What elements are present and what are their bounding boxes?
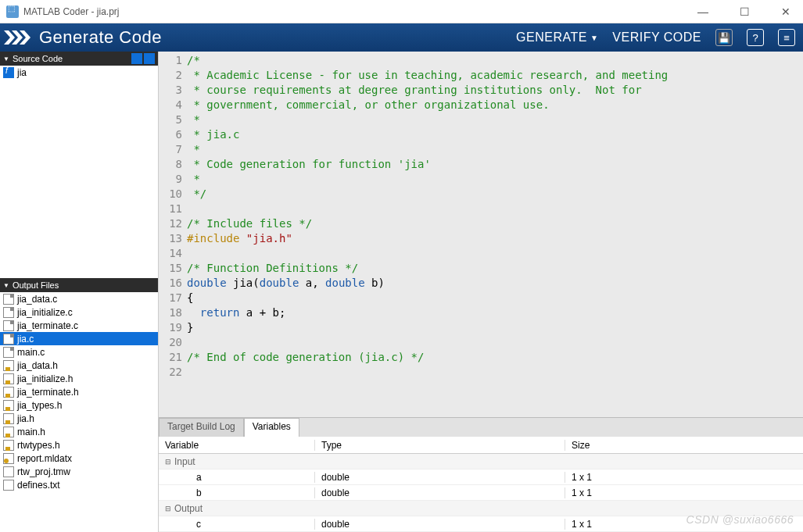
file-item[interactable]: rtw_proj.tmw <box>0 465 158 478</box>
file-item[interactable]: jia_initialize.h <box>0 372 158 385</box>
minimize-button[interactable]: — <box>691 5 715 18</box>
help-icon[interactable]: ? <box>747 29 764 46</box>
file-name: rtw_proj.tmw <box>17 466 70 477</box>
file-item[interactable]: jia_types.h <box>0 398 158 412</box>
file-item[interactable]: main.h <box>0 425 158 438</box>
file-icon <box>3 360 14 371</box>
file-name: jia.h <box>17 413 34 424</box>
watermark: CSDN @suxiao6666 <box>686 513 794 526</box>
file-name: main.h <box>17 427 45 437</box>
right-panel: 12345678910111213141516171819202122 /* *… <box>158 52 803 532</box>
generate-button[interactable]: GENERATE ▼ <box>516 30 598 45</box>
file-item[interactable]: jia_terminate.c <box>0 319 158 332</box>
file-item[interactable]: report.mldatx <box>0 452 158 465</box>
file-item[interactable]: jia_data.c <box>0 292 158 305</box>
file-icon <box>3 400 14 411</box>
file-name: jia_data.h <box>17 360 58 371</box>
list-view-icon[interactable] <box>131 53 142 64</box>
column-header-size[interactable]: Size <box>565 440 803 451</box>
source-code-panel-title: Source Code <box>13 54 63 63</box>
cell-size: 1 x 1 <box>565 487 803 498</box>
column-header-variable[interactable]: Variable <box>159 440 315 451</box>
tab-row: Target Build LogVariables <box>159 418 803 437</box>
source-code-panel-header[interactable]: ▼ Source Code <box>0 52 158 66</box>
tree-view-icon[interactable] <box>144 53 155 64</box>
chevron-down-icon: ▼ <box>590 34 598 42</box>
file-name: jia_terminate.c <box>17 320 78 331</box>
file-icon <box>3 453 14 464</box>
file-name: jia_data.c <box>17 294 57 305</box>
chevron-logo-icon <box>0 30 39 45</box>
table-row[interactable]: adouble1 x 1 <box>159 470 803 485</box>
file-name: jia <box>17 67 27 78</box>
app-icon <box>6 5 19 18</box>
cell-name: a <box>159 472 315 483</box>
file-name: jia_types.h <box>17 400 62 411</box>
file-icon <box>3 334 14 345</box>
table-row[interactable]: bdouble1 x 1 <box>159 485 803 501</box>
close-button[interactable]: ✕ <box>775 5 797 18</box>
group-name: Input <box>174 456 195 467</box>
file-item[interactable]: main.c <box>0 345 158 359</box>
file-icon <box>3 307 14 318</box>
output-files-panel-header[interactable]: ▼ Output Files <box>0 278 158 292</box>
code-editor[interactable]: 12345678910111213141516171819202122 /* *… <box>159 52 803 417</box>
table-header-row: Variable Type Size <box>159 437 803 454</box>
file-item[interactable]: jia.h <box>0 412 158 425</box>
menu-icon[interactable]: ≡ <box>778 29 795 46</box>
variable-group-header[interactable]: ⊟Input <box>159 454 803 470</box>
cell-type: double <box>315 487 565 498</box>
collapse-toggle-icon[interactable]: ⊟ <box>165 505 171 512</box>
save-icon[interactable]: 💾 <box>715 29 733 46</box>
output-file-list: jia_data.cjia_initialize.cjia_terminate.… <box>0 292 158 532</box>
output-files-panel-title: Output Files <box>13 280 59 290</box>
cell-size: 1 x 1 <box>565 472 803 483</box>
window-titlebar: MATLAB Coder - jia.prj — ☐ ✕ <box>0 0 803 23</box>
file-icon <box>3 466 14 477</box>
collapse-toggle-icon[interactable]: ⊟ <box>165 458 171 466</box>
tab[interactable]: Variables <box>244 418 299 437</box>
file-item[interactable]: jia_data.h <box>0 359 158 372</box>
file-name: jia.c <box>17 334 34 345</box>
file-name: jia_terminate.h <box>17 387 79 398</box>
file-name: report.mldatx <box>17 453 72 464</box>
file-name: jia_initialize.h <box>17 373 73 384</box>
file-name: defines.txt <box>17 480 60 491</box>
left-panel: ▼ Source Code jia ▼ Output Files jia_dat… <box>0 52 158 532</box>
source-file-list: jia <box>0 66 158 278</box>
file-item[interactable]: rtwtypes.h <box>0 438 158 452</box>
file-icon <box>3 373 14 384</box>
header-bar: Generate Code GENERATE ▼ VERIFY CODE 💾 ?… <box>0 23 803 52</box>
column-header-type[interactable]: Type <box>315 440 565 451</box>
collapse-arrow-icon: ▼ <box>3 282 9 289</box>
tab[interactable]: Target Build Log <box>159 418 244 437</box>
file-name: rtwtypes.h <box>17 440 60 451</box>
file-name: main.c <box>17 347 45 358</box>
file-item[interactable]: jia.c <box>0 332 158 345</box>
file-icon <box>3 427 14 437</box>
file-icon <box>3 440 14 451</box>
file-icon <box>3 413 14 424</box>
verify-code-button[interactable]: VERIFY CODE <box>612 30 701 45</box>
line-number-gutter: 12345678910111213141516171819202122 <box>159 53 187 417</box>
file-icon <box>3 480 14 491</box>
file-name: jia_initialize.c <box>17 307 73 318</box>
cell-name: b <box>159 487 315 498</box>
file-icon <box>3 320 14 331</box>
file-item[interactable]: defines.txt <box>0 478 158 491</box>
collapse-arrow-icon: ▼ <box>3 55 9 62</box>
file-icon <box>3 294 14 305</box>
cell-type: double <box>315 472 565 483</box>
main-content: ▼ Source Code jia ▼ Output Files jia_dat… <box>0 52 803 532</box>
maximize-button[interactable]: ☐ <box>733 5 756 18</box>
file-item[interactable]: jia <box>0 66 158 79</box>
file-item[interactable]: jia_terminate.h <box>0 385 158 398</box>
file-icon <box>3 387 14 398</box>
code-content[interactable]: /* * Academic License - for use in teach… <box>187 53 803 417</box>
file-item[interactable]: jia_initialize.c <box>0 305 158 319</box>
cell-type: double <box>315 519 565 530</box>
cell-name: c <box>159 519 315 530</box>
window-title: MATLAB Coder - jia.prj <box>23 6 119 17</box>
file-icon <box>3 347 14 358</box>
file-icon <box>3 67 14 78</box>
